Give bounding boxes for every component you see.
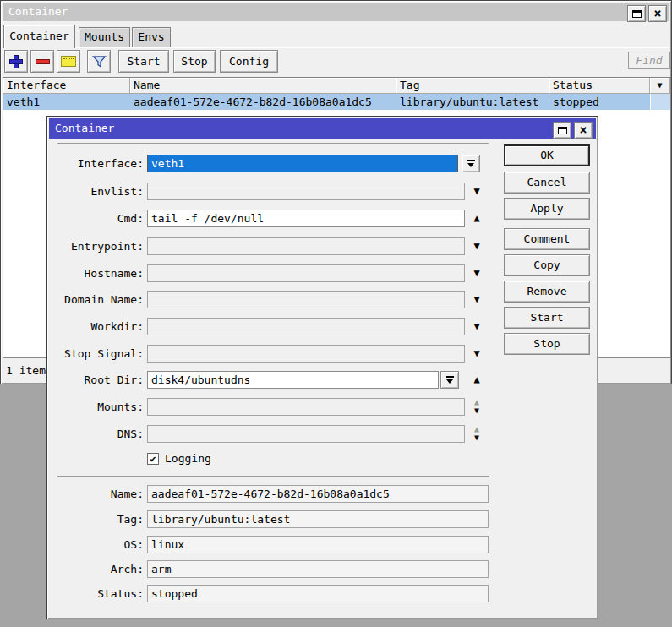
close-button[interactable]: × — [648, 5, 667, 22]
envlist-label: Envlist: — [54, 183, 144, 200]
cmd-collapse-up-icon[interactable]: ▲ — [468, 210, 485, 227]
column-header-tag[interactable]: Tag — [396, 78, 549, 93]
name-label: Name: — [54, 485, 144, 503]
start-button[interactable]: Start — [504, 307, 590, 329]
comment-button[interactable]: Comment — [504, 228, 590, 250]
comment-button[interactable] — [57, 50, 80, 73]
hostname-expand-down-icon[interactable]: ▼ — [468, 264, 485, 282]
domain_name-field[interactable] — [147, 291, 465, 308]
tabbar-divider — [3, 47, 669, 48]
entrypoint-expand-down-icon[interactable]: ▼ — [468, 237, 485, 255]
dropdown-list-icon-bar — [467, 160, 475, 161]
separator-info — [57, 476, 489, 477]
table-body: veth1aadeaf01-572e-4672-b82d-16b08a0a1dc… — [3, 94, 670, 110]
dropdown-list-icon-triangle — [467, 163, 474, 167]
cell-interface: veth1 — [3, 94, 130, 110]
dropdown-list-icon-triangle — [446, 379, 453, 384]
mounts-field[interactable] — [147, 398, 465, 416]
ok-button[interactable]: OK — [504, 144, 590, 166]
find-button[interactable]: Find — [628, 52, 670, 69]
remove-button[interactable] — [30, 50, 54, 73]
os-field: linux — [147, 536, 489, 553]
stop_signal-label: Stop Signal: — [54, 345, 144, 363]
dialog-maximize-button[interactable] — [553, 122, 571, 139]
main-window-titlebar[interactable]: Container × — [3, 3, 669, 21]
plus-icon — [9, 55, 23, 68]
table-header-row: InterfaceNameTagStatus▼ — [3, 78, 670, 94]
maximize-button[interactable] — [627, 5, 646, 22]
desktop: Container × ContainerMountsEnvs — [0, 0, 672, 627]
dns-field[interactable] — [147, 425, 465, 443]
column-header-interface[interactable]: Interface — [3, 78, 130, 93]
table-row[interactable]: veth1aadeaf01-572e-4672-b82d-16b08a0a1dc… — [3, 94, 670, 110]
interface-label: Interface: — [54, 155, 144, 172]
dropdown-list-icon — [467, 160, 475, 167]
maximize-icon — [558, 127, 567, 134]
mounts-down-icon[interactable]: ▼ — [468, 406, 485, 415]
filter-button[interactable] — [87, 50, 111, 73]
interface-field[interactable]: veth1 — [147, 155, 458, 172]
envlist-expand-down-icon[interactable]: ▼ — [468, 183, 485, 200]
cell-extra — [650, 94, 670, 110]
status-label: Status: — [54, 585, 144, 602]
close-icon: × — [653, 8, 661, 20]
start-button[interactable]: Start — [118, 50, 169, 73]
logging-checkbox[interactable]: ✔ — [147, 453, 159, 465]
cancel-button[interactable]: Cancel — [504, 172, 590, 194]
workdir-expand-down-icon[interactable]: ▼ — [468, 318, 485, 335]
cell-name: aadeaf01-572e-4672-b82d-16b08a0a1dc5 — [130, 94, 396, 110]
mounts-updown-icons[interactable]: ▲▼ — [468, 398, 485, 415]
tab-container[interactable]: Container — [3, 25, 75, 48]
main-window-title: Container — [8, 5, 68, 18]
note-icon — [61, 56, 76, 67]
dialog-title: Container — [55, 122, 114, 134]
entrypoint-field[interactable] — [147, 237, 465, 255]
domain_name-label: Domain Name: — [54, 291, 144, 308]
root_dir-field[interactable]: disk4/ubuntudns — [147, 371, 439, 389]
stop_signal-expand-down-icon[interactable]: ▼ — [468, 345, 485, 363]
config-button[interactable]: Config — [220, 50, 278, 73]
envlist-field[interactable] — [147, 183, 465, 200]
funnel-icon — [92, 55, 107, 68]
interface-dropdown-button[interactable] — [462, 155, 480, 172]
cmd-label: Cmd: — [54, 210, 144, 227]
domain_name-expand-down-icon[interactable]: ▼ — [468, 291, 485, 308]
tab-mounts[interactable]: Mounts — [79, 27, 130, 47]
workdir-field[interactable] — [147, 318, 465, 335]
add-button[interactable] — [4, 50, 28, 73]
apply-button[interactable]: Apply — [504, 198, 590, 220]
stop-button[interactable]: Stop — [504, 333, 590, 355]
tag-label: Tag: — [54, 510, 144, 528]
remove-button[interactable]: Remove — [504, 281, 590, 303]
dns-down-icon[interactable]: ▼ — [468, 433, 485, 442]
dns-label: DNS: — [54, 425, 144, 443]
copy-button[interactable]: Copy — [504, 254, 590, 276]
dns-updown-icons[interactable]: ▲▼ — [468, 425, 485, 442]
root_dir-dropdown-button[interactable] — [440, 371, 459, 389]
mounts-label: Mounts: — [54, 398, 144, 416]
container-detail-dialog: Container × Interface:veth1Envlist:▼Cmd:… — [46, 116, 598, 619]
stop-button[interactable]: Stop — [173, 50, 216, 73]
dialog-titlebar[interactable]: Container × — [49, 118, 596, 139]
cmd-field[interactable]: tail -f /dev/null — [147, 210, 465, 227]
dropdown-list-icon-bar — [446, 376, 454, 378]
hostname-field[interactable] — [147, 264, 465, 282]
dialog-close-button[interactable]: × — [574, 122, 593, 139]
minus-icon — [36, 60, 49, 63]
logging-checkbox-label: Logging — [165, 451, 211, 466]
separator-top — [57, 143, 489, 144]
name-field: aadeaf01-572e-4672-b82d-16b08a0a1dc5 — [147, 485, 489, 503]
checkmark-icon: ✔ — [150, 453, 156, 465]
workdir-label: Workdir: — [54, 318, 144, 335]
arch-field: arm — [147, 560, 489, 578]
root_dir-label: Root Dir: — [54, 371, 144, 389]
tag-field: library/ubuntu:latest — [147, 510, 489, 528]
tab-envs[interactable]: Envs — [132, 27, 171, 47]
stop_signal-field[interactable] — [147, 345, 465, 363]
close-icon: × — [579, 124, 587, 137]
header-dropdown-button[interactable]: ▼ — [650, 78, 670, 93]
cell-tag: library/ubuntu:latest — [396, 94, 549, 110]
column-header-name[interactable]: Name — [130, 78, 396, 93]
root_dir-collapse-up-icon[interactable]: ▲ — [468, 371, 485, 389]
column-header-status[interactable]: Status — [549, 78, 650, 93]
